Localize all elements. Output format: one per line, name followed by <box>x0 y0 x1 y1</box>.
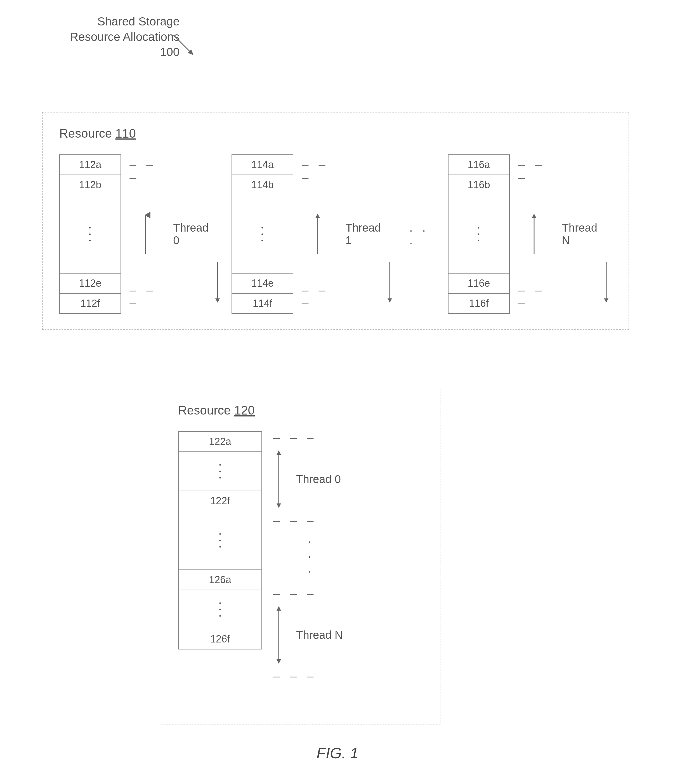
slot-ellipsis: ••• <box>179 590 261 629</box>
dash-line: — — — <box>273 587 346 600</box>
arrow-down-group-1 <box>384 159 395 310</box>
thread-0-label: Thread 0 <box>293 473 344 485</box>
thread-1-label: Thread 1 <box>342 221 384 247</box>
arrow-group-0: — — — — — — <box>129 159 161 310</box>
resource-120-box: Resource 120 122a ••• 122f ••• 126a ••• … <box>161 389 440 725</box>
mid-dots: ••• <box>273 527 346 587</box>
thread-n-label: Thread N <box>558 221 600 247</box>
slot-ellipsis: ••• <box>60 195 121 274</box>
slot-ellipsis: ••• <box>448 195 509 274</box>
down-arrow-icon <box>212 259 223 304</box>
dash-line: — — — <box>518 284 550 310</box>
arrow-group-1: — — — — — — <box>302 159 334 310</box>
slot: 114f <box>232 294 293 313</box>
figure-label: FIG. 1 <box>0 744 675 762</box>
dash-line: — — — <box>129 284 161 310</box>
title-arrow-icon <box>171 32 201 63</box>
slot-ellipsis: ••• <box>179 452 261 491</box>
dash-line: — — — <box>518 159 550 184</box>
dash-line: — — — <box>129 159 161 184</box>
dash-line: — — — <box>273 670 346 683</box>
thread-label-col-1: Thread 1 <box>342 159 384 310</box>
slot: 112f <box>60 294 121 313</box>
slot: 114e <box>232 274 293 294</box>
title-line2: Resource Allocations <box>70 30 179 45</box>
arrow-down-group-n <box>600 159 612 310</box>
slot-ellipsis: ••• <box>232 195 293 274</box>
resource-120-header: Resource 120 <box>178 403 423 417</box>
thread-label-col-0: Thread 0 <box>170 159 212 310</box>
slot: 126f <box>179 629 261 649</box>
up-arrow-icon <box>312 212 323 257</box>
slot: 116e <box>448 274 509 294</box>
svg-line-0 <box>173 35 193 54</box>
dash-line: — — — <box>302 284 334 310</box>
slot: 116b <box>448 175 509 195</box>
arrow-group-n: — — — — — — <box>518 159 550 310</box>
slot-ellipsis: ••• <box>179 511 261 570</box>
slot: 122a <box>179 432 261 452</box>
slot-col-120: 122a ••• 122f ••• 126a ••• 126f <box>178 431 262 649</box>
r120-right-arrows: — — — Thread 0 — — — ••• — — — Threa <box>273 431 346 683</box>
double-arrow-icon <box>273 603 285 667</box>
slot-col-0: 112a 112b ••• 112e 112f <box>59 154 121 314</box>
slot: 112b <box>60 175 121 195</box>
dash-line: — — — <box>273 514 346 527</box>
double-arrow-icon <box>273 447 285 511</box>
resource-120-content: 122a ••• 122f ••• 126a ••• 126f — — — Th… <box>178 431 423 683</box>
slot: 126a <box>179 570 261 590</box>
slot: 112a <box>60 155 121 175</box>
thread-label-col-n: Thread N <box>558 159 600 310</box>
slot: 116f <box>448 294 509 313</box>
slot: 122f <box>179 491 261 511</box>
title-line1: Shared Storage <box>70 14 179 30</box>
resource-110-content: 112a 112b ••• 112e 112f — — — — — — Thre… <box>59 154 612 314</box>
resource-110-header: Resource 110 <box>59 126 612 140</box>
thread-0-label: Thread 0 <box>170 221 212 247</box>
slot-col-n: 116a 116b ••• 116e 116f <box>448 154 510 314</box>
resource-110-box: Resource 110 112a 112b ••• 112e 112f — —… <box>42 112 629 330</box>
arrow-down-group-0 <box>212 159 223 310</box>
down-arrow-icon <box>384 259 395 304</box>
dash-line: — — — <box>302 159 334 184</box>
down-arrow-icon <box>600 259 612 304</box>
slot: 112e <box>60 274 121 294</box>
dash-line: — — — <box>273 431 346 444</box>
slot: 114b <box>232 175 293 195</box>
title-block: Shared Storage Resource Allocations 100 <box>70 14 179 60</box>
title-num: 100 <box>70 45 179 60</box>
slot-col-1: 114a 114b ••• 114e 114f <box>232 154 293 314</box>
cols-ellipsis: . . . <box>404 221 440 247</box>
up-arrow-icon <box>529 212 540 257</box>
slot: 116a <box>448 155 509 175</box>
thread-n-label: Thread N <box>293 629 346 641</box>
double-arrow-icon <box>140 212 151 257</box>
slot: 114a <box>232 155 293 175</box>
